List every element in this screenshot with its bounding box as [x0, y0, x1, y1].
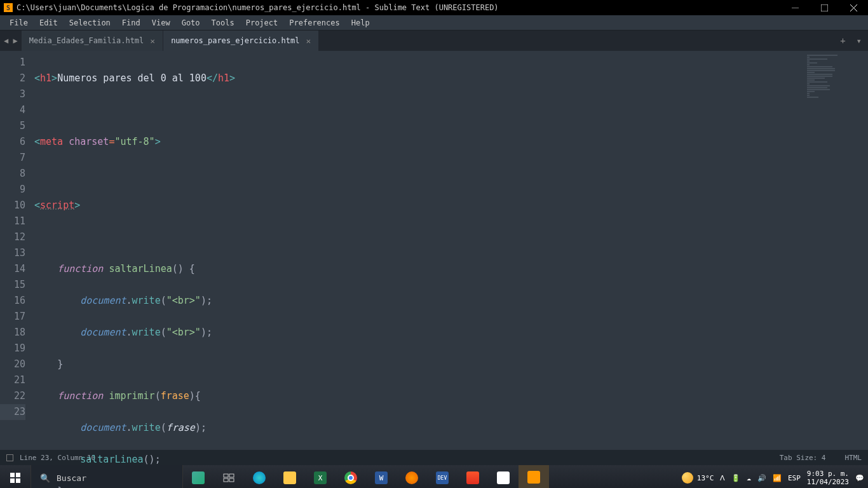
- tab-bar: ◀ ▶ Media_Edades_Familia.html × numeros_…: [0, 30, 868, 51]
- menu-project[interactable]: Project: [240, 18, 284, 27]
- svg-rect-5: [16, 473, 20, 477]
- tab-close-icon[interactable]: ×: [150, 36, 155, 46]
- svg-rect-4: [10, 473, 15, 477]
- svg-rect-6: [10, 478, 15, 483]
- tab-nav-arrows[interactable]: ◀ ▶: [0, 30, 22, 51]
- window-title: C:\Users\juan\Documents\Logica de Progra…: [17, 3, 499, 12]
- sublime-icon: S: [4, 3, 13, 12]
- start-button[interactable]: [0, 465, 31, 488]
- window-titlebar: S C:\Users\juan\Documents\Logica de Prog…: [0, 0, 868, 15]
- menu-selection[interactable]: Selection: [64, 18, 116, 27]
- menu-file[interactable]: File: [4, 18, 34, 27]
- menu-tools[interactable]: Tools: [206, 18, 240, 27]
- minimize-button[interactable]: [780, 0, 810, 15]
- minimap[interactable]: [807, 55, 858, 436]
- tab-numeros-pares[interactable]: numeros_pares_ejercicio.html ×: [163, 30, 319, 51]
- window-controls: [780, 0, 868, 15]
- svg-rect-7: [16, 478, 20, 483]
- menu-help[interactable]: Help: [346, 18, 376, 27]
- menu-view[interactable]: View: [146, 18, 176, 27]
- code-area[interactable]: <h1>Numeros pares del 0 al 100</h1> <met…: [34, 51, 868, 450]
- tab-label: Media_Edades_Familia.html: [29, 36, 144, 45]
- line-gutter: 1234567891011121314151617181920212223: [0, 51, 34, 450]
- tab-close-icon[interactable]: ×: [306, 36, 311, 46]
- menu-find[interactable]: Find: [116, 18, 146, 27]
- menu-edit[interactable]: Edit: [34, 18, 64, 27]
- menu-goto[interactable]: Goto: [176, 18, 206, 27]
- svg-rect-1: [821, 4, 828, 11]
- close-button[interactable]: [839, 0, 868, 15]
- tab-filler: [319, 30, 834, 51]
- tab-label: numeros_pares_ejercicio.html: [171, 36, 299, 45]
- tab-media-edades[interactable]: Media_Edades_Familia.html ×: [22, 30, 163, 51]
- menu-bar: File Edit Selection Find View Goto Tools…: [0, 15, 868, 30]
- maximize-button[interactable]: [810, 0, 839, 15]
- editor[interactable]: 1234567891011121314151617181920212223 <h…: [0, 51, 868, 450]
- menu-preferences[interactable]: Preferences: [283, 18, 345, 27]
- tab-add[interactable]: + ▾: [834, 30, 868, 51]
- status-box-icon[interactable]: [6, 454, 13, 461]
